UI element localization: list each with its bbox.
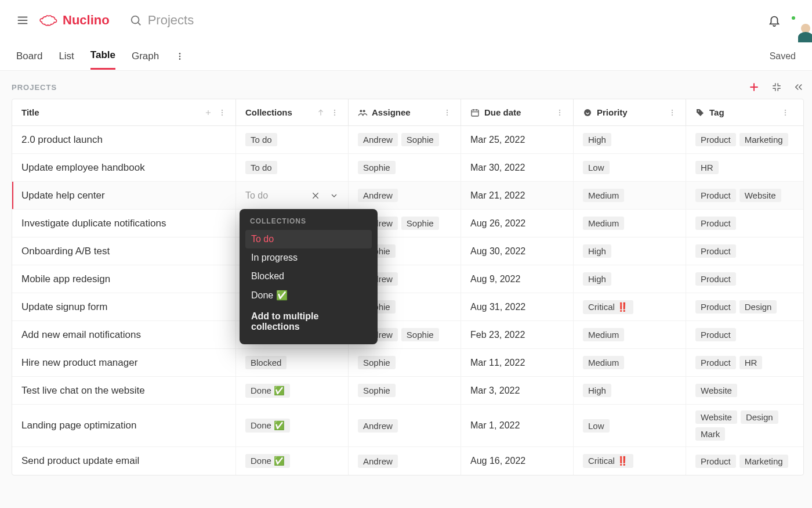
notifications-button[interactable] [768, 14, 781, 27]
table-row[interactable]: Mobile app redesignTo doAndrewAug 9, 202… [12, 265, 803, 293]
col-priority[interactable]: Priority [574, 99, 686, 125]
cell-tag[interactable]: Product [686, 210, 799, 237]
cell-assignee[interactable]: Sophie [349, 154, 461, 181]
cell-due[interactable]: Mar 1, 2022 [461, 405, 574, 446]
cell-title[interactable]: Add new email notifications [12, 321, 236, 348]
cell-priority[interactable]: Medium [574, 210, 686, 237]
cell-tag[interactable]: Product [686, 321, 799, 348]
dropdown-item[interactable]: To do [245, 230, 372, 248]
cell-collections[interactable]: Done ✅ [236, 377, 349, 404]
cell-tag[interactable]: Product [686, 265, 799, 293]
col-collections[interactable]: Collections [236, 99, 349, 125]
cell-collections[interactable]: To do [236, 154, 349, 181]
chevron-down-icon[interactable] [329, 191, 339, 200]
cell-title[interactable]: Update signup form [12, 293, 236, 320]
brand-logo[interactable]: Nuclino [39, 13, 110, 28]
cell-due[interactable]: Aug 16, 2022 [461, 447, 574, 475]
cell-priority[interactable]: Low [574, 154, 686, 181]
cell-assignee[interactable]: Sophie [349, 349, 461, 376]
cell-tag[interactable]: WebsiteDesignMark [686, 405, 799, 446]
cell-title[interactable]: Update employee handbook [12, 154, 236, 181]
cell-priority[interactable]: High [574, 237, 686, 265]
cell-priority[interactable]: Critical ‼️ [574, 293, 686, 320]
cell-title[interactable]: Test live chat on the website [12, 377, 236, 404]
cell-due[interactable]: Aug 31, 2022 [461, 293, 574, 320]
cell-title[interactable]: Update help center [12, 182, 236, 209]
cell-due[interactable]: Aug 30, 2022 [461, 237, 574, 265]
cell-tag[interactable]: ProductMarketing [686, 447, 799, 475]
menu-icon[interactable] [16, 14, 29, 27]
search[interactable]: Projects [129, 13, 757, 28]
cell-title[interactable]: Send product update email [12, 447, 236, 475]
cell-due[interactable]: Mar 21, 2022 [461, 182, 574, 209]
column-menu-icon[interactable] [443, 109, 451, 117]
tab-board[interactable]: Board [16, 51, 42, 69]
table-row[interactable]: Hire new product managerBlockedSophieMar… [12, 349, 803, 377]
cell-title[interactable]: Landing page optimization [12, 405, 236, 446]
cell-priority[interactable]: Medium [574, 349, 686, 376]
cell-tag[interactable]: ProductDesign [686, 293, 799, 320]
cell-tag[interactable]: ProductMarketing [686, 126, 799, 153]
table-row[interactable]: Test live chat on the websiteDone ✅Sophi… [12, 377, 803, 405]
cell-assignee[interactable]: Andrew [349, 405, 461, 446]
add-column-icon[interactable] [204, 109, 212, 117]
column-menu-icon[interactable] [331, 109, 339, 117]
tab-list[interactable]: List [59, 51, 74, 69]
cell-tag[interactable]: ProductWebsite [686, 182, 799, 209]
sort-asc-icon[interactable] [317, 109, 325, 117]
cell-due[interactable]: Mar 25, 2022 [461, 126, 574, 153]
add-row-button[interactable] [748, 81, 760, 93]
cell-due[interactable]: Mar 11, 2022 [461, 349, 574, 376]
cell-priority[interactable]: High [574, 265, 686, 293]
cell-priority[interactable]: High [574, 377, 686, 404]
cell-priority[interactable]: High [574, 126, 686, 153]
cell-priority[interactable]: Low [574, 405, 686, 446]
cell-due[interactable]: Mar 3, 2022 [461, 377, 574, 404]
compact-view-button[interactable] [771, 82, 782, 92]
cell-collections[interactable]: To do [236, 126, 349, 153]
cell-tag[interactable]: Product [686, 237, 799, 265]
table-row[interactable]: Update employee handbookTo doSophieMar 3… [12, 154, 803, 182]
tab-graph[interactable]: Graph [132, 51, 159, 69]
cell-title[interactable]: Investigate duplicate notifications [12, 210, 236, 237]
column-menu-icon[interactable] [781, 109, 789, 117]
cell-collections[interactable]: Done ✅ [236, 447, 349, 475]
collections-dropdown[interactable]: COLLECTIONS To doIn progressBlockedDone … [240, 209, 378, 344]
collapse-panel-button[interactable] [793, 82, 804, 92]
tab-table[interactable]: Table [90, 49, 115, 70]
dropdown-add-multiple[interactable]: Add to multiple collections [245, 307, 372, 336]
cell-priority[interactable]: Medium [574, 182, 686, 209]
cell-due[interactable]: Mar 30, 2022 [461, 154, 574, 181]
cell-title[interactable]: Hire new product manager [12, 349, 236, 376]
dropdown-item[interactable]: Done ✅ [245, 286, 372, 305]
cell-due[interactable]: Aug 9, 2022 [461, 265, 574, 293]
col-tag[interactable]: Tag [686, 99, 799, 125]
cell-tag[interactable]: ProductHR [686, 349, 799, 376]
cell-due[interactable]: Feb 23, 2022 [461, 321, 574, 348]
table-row[interactable]: Landing page optimizationDone ✅AndrewMar… [12, 405, 803, 447]
dropdown-item[interactable]: Blocked [245, 267, 372, 286]
views-more-icon[interactable] [175, 52, 184, 61]
dropdown-item[interactable]: In progress [245, 248, 372, 267]
table-row[interactable]: Onboarding A/B testTo doSophieAug 30, 20… [12, 237, 803, 265]
column-menu-icon[interactable] [218, 109, 226, 117]
cell-title[interactable]: Mobile app redesign [12, 265, 236, 293]
cell-collections[interactable]: To do [236, 182, 349, 209]
table-row[interactable]: Update signup formTo doSophieAug 31, 202… [12, 293, 803, 321]
cell-assignee[interactable]: Sophie [349, 377, 461, 404]
table-row[interactable]: 2.0 product launchTo doAndrewSophieMar 2… [12, 126, 803, 154]
cell-title[interactable]: 2.0 product launch [12, 126, 236, 153]
cell-tag[interactable]: Website [686, 377, 799, 404]
column-menu-icon[interactable] [668, 109, 676, 117]
cell-assignee[interactable]: Andrew [349, 182, 461, 209]
col-assignee[interactable]: Assignee [349, 99, 461, 125]
column-menu-icon[interactable] [556, 109, 564, 117]
clear-icon[interactable] [311, 191, 320, 200]
cell-due[interactable]: Aug 26, 2022 [461, 210, 574, 237]
col-due[interactable]: Due date [461, 99, 574, 125]
table-row[interactable]: Add new email notificationsIn progressAn… [12, 321, 803, 349]
cell-collections[interactable]: Blocked [236, 349, 349, 376]
table-row[interactable]: Investigate duplicate notificationsTo do… [12, 210, 803, 237]
cell-tag[interactable]: HR [686, 154, 799, 181]
col-title[interactable]: Title [12, 99, 236, 125]
